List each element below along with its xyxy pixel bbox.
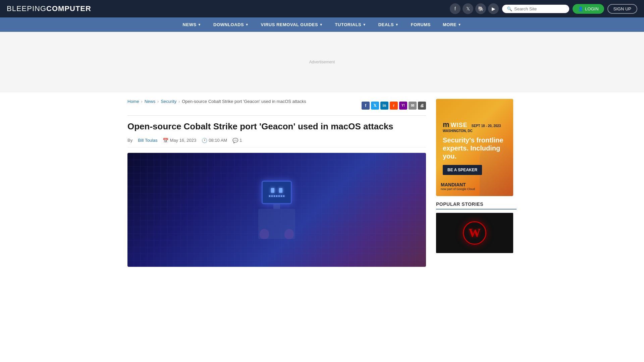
article-date: May 16, 2023	[170, 138, 196, 143]
share-email-button[interactable]: ✉	[409, 102, 417, 110]
youtube-icon[interactable]: ▶	[488, 3, 499, 14]
nav-news-label: NEWS	[183, 22, 197, 27]
robot-eye-right	[279, 188, 282, 193]
wordpress-logo: W	[463, 221, 486, 245]
signup-label: SIGN UP	[613, 6, 631, 11]
robot-hand-right	[284, 229, 294, 239]
nav-tutorials-label: TUTORIALS	[335, 22, 362, 27]
search-bar: 🔍	[502, 5, 569, 13]
site-logo[interactable]: BLEEPINGCOMPUTER	[7, 4, 91, 13]
twitter-icon[interactable]: 𝕏	[463, 3, 473, 14]
ad-location: WASHINGTON, DC	[443, 129, 506, 133]
nav-item-tutorials[interactable]: TUTORIALS ▼	[329, 17, 372, 32]
breadcrumb-row: Home › News › Security › Open-source Cob…	[127, 99, 426, 116]
sidebar: m WISE SEPT 18 - 20, 2023 WASHINGTON, DC…	[436, 99, 517, 267]
article-comments-item[interactable]: 💬 1	[232, 138, 242, 143]
search-input[interactable]	[514, 6, 565, 11]
share-print-button[interactable]: 🖨	[418, 102, 426, 110]
breadcrumb-sep-2: ›	[157, 99, 159, 104]
ad-brand-sub: now part of Google Cloud	[441, 187, 475, 191]
robot-eye-left	[271, 188, 274, 193]
smile-dot-5	[278, 195, 280, 197]
logo-light-text: BLEEPING	[7, 4, 46, 13]
social-icons-group: f 𝕏 🐘 ▶	[450, 3, 499, 14]
article-hero-image	[127, 153, 426, 267]
nav-news-caret: ▼	[198, 23, 201, 26]
signup-button[interactable]: SIGN UP	[607, 4, 637, 14]
article-by-label: By	[127, 138, 132, 143]
site-header: BLEEPINGCOMPUTER f 𝕏 🐘 ▶ 🔍 👤 LOGIN SIGN …	[0, 0, 644, 17]
article-title: Open-source Cobalt Strike port 'Geacon' …	[127, 121, 426, 132]
nav-virus-label: VIRUS REMOVAL GUIDES	[261, 22, 318, 27]
nav-tutorials-caret: ▼	[363, 23, 366, 26]
share-facebook-button[interactable]: f	[362, 102, 370, 110]
robot-neck	[273, 204, 280, 209]
smile-dot-7	[283, 195, 284, 197]
nav-item-news[interactable]: NEWS ▼	[177, 17, 207, 32]
nav-deals-label: DEALS	[378, 22, 394, 27]
article-date-item: 📅 May 16, 2023	[163, 138, 196, 143]
nav-more-caret: ▼	[458, 23, 461, 26]
share-yahoo-button[interactable]: Y!	[399, 102, 407, 110]
share-bar: f 𝕏 in r Y! ✉ 🖨	[362, 102, 426, 110]
nav-downloads-caret: ▼	[245, 23, 249, 26]
robot-eyes	[271, 188, 282, 193]
nav-item-more[interactable]: MORE ▼	[437, 17, 467, 32]
smile-dot-3	[274, 195, 275, 197]
search-icon: 🔍	[507, 6, 512, 11]
robot-body	[258, 209, 295, 239]
calendar-icon: 📅	[163, 138, 168, 143]
breadcrumb-home[interactable]: Home	[127, 99, 139, 104]
smile-dot-6	[281, 195, 282, 197]
share-reddit-button[interactable]: r	[390, 102, 398, 110]
robot-screen	[262, 181, 292, 204]
nav-virus-caret: ▼	[319, 23, 323, 26]
robot-smile	[269, 195, 284, 197]
ad-logo-m: m	[443, 120, 449, 129]
share-twitter-button[interactable]: 𝕏	[371, 102, 379, 110]
article-meta: By Bill Toulas 📅 May 16, 2023 🕐 08:10 AM…	[127, 138, 426, 147]
login-button[interactable]: 👤 LOGIN	[573, 4, 604, 14]
nav-item-virus-removal[interactable]: VIRUS REMOVAL GUIDES ▼	[255, 17, 329, 32]
ad-banner-placeholder: Advertisement	[309, 60, 335, 64]
facebook-icon[interactable]: f	[450, 3, 461, 14]
wordpress-w: W	[469, 226, 481, 240]
smile-dot-4	[276, 195, 277, 197]
clock-icon: 🕐	[202, 138, 207, 143]
article-comments: 1	[239, 138, 242, 143]
article-author[interactable]: Bill Toulas	[138, 138, 157, 143]
smile-dot-1	[269, 195, 270, 197]
ad-logo-wise: WISE	[451, 122, 468, 129]
article-time-item: 🕐 08:10 AM	[202, 138, 227, 143]
popular-story-1[interactable]: W	[436, 213, 513, 253]
robot-hand-left	[260, 229, 269, 239]
nav-downloads-label: DOWNLOADS	[213, 22, 244, 27]
main-nav: NEWS ▼ DOWNLOADS ▼ VIRUS REMOVAL GUIDES …	[0, 17, 644, 32]
breadcrumb-current: Open-source Cobalt Strike port 'Geacon' …	[182, 99, 306, 104]
smile-dot-2	[271, 195, 273, 197]
breadcrumb-security[interactable]: Security	[161, 99, 176, 104]
sidebar-ad[interactable]: m WISE SEPT 18 - 20, 2023 WASHINGTON, DC…	[436, 99, 513, 196]
breadcrumb-sep-3: ›	[178, 99, 180, 104]
nav-item-downloads[interactable]: DOWNLOADS ▼	[207, 17, 255, 32]
ad-cta-button[interactable]: BE A SPEAKER	[443, 165, 482, 175]
mastodon-icon[interactable]: 🐘	[475, 3, 486, 14]
nav-item-forums[interactable]: FORUMS	[405, 17, 437, 32]
ad-tagline: Security's frontline experts. Including …	[443, 136, 506, 160]
breadcrumb-news[interactable]: News	[145, 99, 156, 104]
nav-deals-caret: ▼	[395, 23, 398, 26]
popular-stories-heading: POPULAR STORIES	[436, 201, 517, 209]
breadcrumb: Home › News › Security › Open-source Cob…	[127, 99, 306, 107]
main-container: Home › News › Security › Open-source Cob…	[121, 92, 523, 274]
robot-body-area	[258, 204, 295, 239]
nav-item-deals[interactable]: DEALS ▼	[372, 17, 405, 32]
robot-figure	[258, 181, 295, 239]
share-linkedin-button[interactable]: in	[380, 102, 388, 110]
article-time: 08:10 AM	[209, 138, 227, 143]
ad-date-line: SEPT 18 - 20, 2023	[472, 124, 501, 128]
login-icon: 👤	[578, 6, 583, 11]
ad-banner-top: Advertisement	[0, 32, 644, 92]
login-label: LOGIN	[585, 6, 598, 11]
header-right: f 𝕏 🐘 ▶ 🔍 👤 LOGIN SIGN UP	[450, 3, 637, 14]
nav-more-label: MORE	[443, 22, 457, 27]
